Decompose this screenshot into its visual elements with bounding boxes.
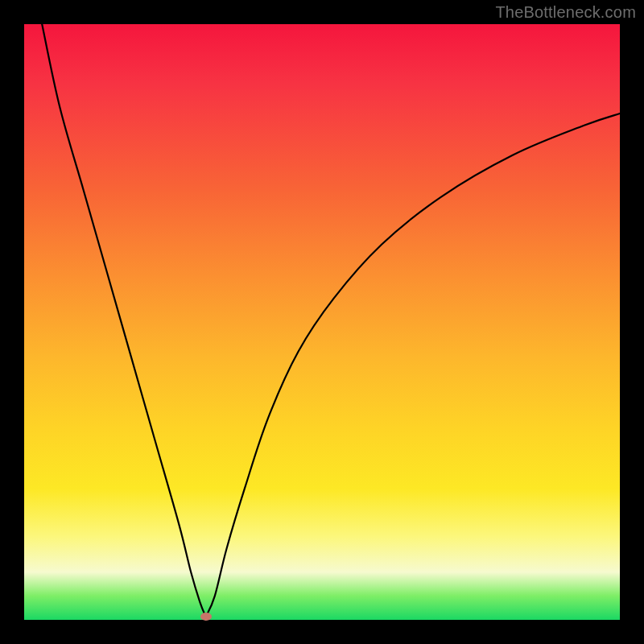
chart-canvas: TheBottleneck.com [0, 0, 644, 644]
minimum-marker [200, 613, 212, 621]
plot-area [24, 24, 620, 620]
bottleneck-curve [24, 24, 620, 620]
watermark-text: TheBottleneck.com [495, 3, 636, 22]
